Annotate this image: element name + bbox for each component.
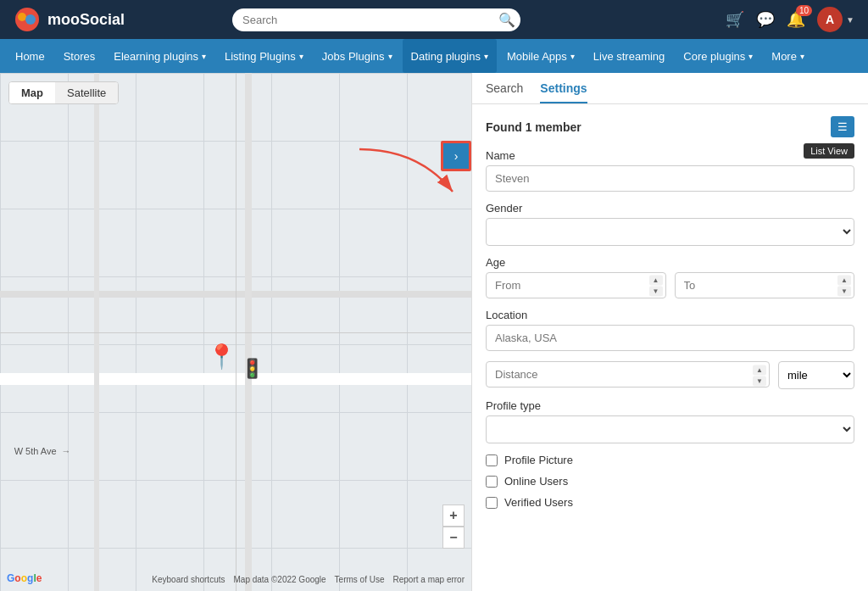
map-tab-satellite[interactable]: Satellite: [55, 82, 118, 103]
map-divider-v: [236, 73, 236, 591]
list-view-icon: ☰: [837, 120, 848, 133]
panel-tabs: Search Settings: [472, 73, 868, 104]
verified-users-checkbox[interactable]: [486, 497, 498, 509]
svg-point-1: [18, 13, 26, 21]
nav-item-listing[interactable]: Listing Plugins ▾: [216, 39, 312, 73]
age-from-input[interactable]: [486, 272, 666, 298]
search-bar: 🔍: [232, 8, 520, 31]
topbar: mooSocial 🔍 🛒 💬 🔔 10 A ▼: [0, 0, 868, 39]
nav-item-streaming[interactable]: Live streaming: [585, 39, 674, 73]
panel-tab-search[interactable]: Search: [486, 81, 523, 103]
age-label: Age: [486, 256, 854, 269]
age-from-wrapper: ▲ ▼: [486, 272, 666, 298]
logo-area: mooSocial: [14, 6, 125, 33]
nav-item-mobile[interactable]: Mobile Apps ▾: [498, 39, 583, 73]
age-to-input[interactable]: [675, 272, 855, 298]
mobile-dropdown-icon: ▾: [570, 52, 575, 61]
avatar-button[interactable]: A ▼: [817, 7, 854, 32]
zoom-out-button[interactable]: −: [442, 527, 465, 549]
street-label: W 5th Ave →: [14, 446, 71, 456]
map-tabs: Map Satellite: [8, 81, 119, 104]
nav-item-stores[interactable]: Stores: [55, 39, 104, 73]
nav-item-elearning[interactable]: Elearning plugins ▾: [105, 39, 214, 73]
age-field-group: Age ▲ ▼ ▲ ▼: [486, 256, 854, 298]
right-panel: Search Settings Found 1 member ☰ List Vi…: [471, 73, 868, 591]
profile-type-label: Profile type: [486, 399, 854, 412]
gender-select[interactable]: Male Female Other: [486, 218, 854, 246]
profile-picture-checkbox[interactable]: [486, 454, 498, 466]
distance-input[interactable]: [486, 361, 770, 387]
nav-item-core[interactable]: Core plugins ▾: [675, 39, 761, 73]
logo-icon: [14, 6, 41, 33]
zoom-in-button[interactable]: +: [442, 505, 465, 527]
location-input[interactable]: [486, 325, 854, 351]
listing-dropdown-icon: ▾: [299, 52, 303, 61]
gender-field-group: Gender Male Female Other: [486, 202, 854, 246]
traffic-light-icon: 🚦: [241, 358, 264, 380]
distance-input-wrapper: ▲ ▼: [486, 361, 770, 389]
panel-toggle-button[interactable]: ›: [441, 141, 471, 171]
age-from-spinners: ▲ ▼: [649, 275, 663, 296]
online-users-checkbox-row: Online Users: [486, 475, 854, 488]
map-container: Map Satellite W 5th Ave → 📍 🚦 Google Key…: [0, 73, 471, 591]
distance-row: ▲ ▼ mile km: [486, 361, 854, 389]
messages-icon[interactable]: 💬: [756, 10, 775, 29]
map-footer: Keyboard shortcuts Map data ©2022 Google…: [152, 575, 465, 584]
location-label: Location: [486, 309, 854, 321]
map-zoom: + −: [442, 505, 465, 549]
navbar: Home Stores Elearning plugins ▾ Listing …: [0, 39, 868, 73]
cart-icon[interactable]: 🛒: [726, 10, 744, 29]
topbar-icons: 🛒 💬 🔔 10 A ▼: [726, 7, 854, 32]
report-error-link[interactable]: Report a map error: [393, 575, 465, 584]
age-from-up-button[interactable]: ▲: [649, 275, 663, 285]
distance-field-group: ▲ ▼ mile km: [486, 361, 854, 389]
name-label: Name: [486, 149, 854, 162]
name-field-group: Name: [486, 149, 854, 192]
profile-type-field-group: Profile type: [486, 399, 854, 443]
found-row: Found 1 member ☰ List View: [486, 116, 854, 137]
unit-select[interactable]: mile km: [778, 361, 854, 389]
svg-point-2: [25, 14, 36, 25]
age-to-wrapper: ▲ ▼: [675, 272, 855, 298]
google-logo: Google: [7, 572, 42, 584]
nav-item-dating[interactable]: Dating plugins ▾: [403, 39, 497, 73]
panel-content: Found 1 member ☰ List View Name Gender M…: [472, 104, 868, 591]
list-view-button[interactable]: ☰ List View: [831, 116, 854, 137]
core-dropdown-icon: ▾: [748, 52, 753, 61]
profile-picture-checkbox-row: Profile Picture: [486, 454, 854, 466]
distance-up-button[interactable]: ▲: [753, 365, 766, 375]
distance-down-button[interactable]: ▼: [753, 376, 766, 386]
profile-picture-label: Profile Picture: [504, 454, 573, 466]
map-data-text: Map data ©2022 Google: [233, 575, 326, 584]
keyboard-shortcuts-link[interactable]: Keyboard shortcuts: [152, 575, 225, 584]
location-field-group: Location: [486, 309, 854, 351]
jobs-dropdown-icon: ▾: [388, 52, 392, 61]
nav-item-home[interactable]: Home: [7, 39, 53, 73]
age-to-down-button[interactable]: ▼: [837, 286, 851, 296]
profile-type-select[interactable]: [486, 415, 854, 443]
search-input[interactable]: [232, 8, 520, 31]
verified-users-checkbox-row: Verified Users: [486, 496, 854, 509]
online-users-label: Online Users: [504, 475, 568, 488]
gender-label: Gender: [486, 202, 854, 215]
age-row: ▲ ▼ ▲ ▼: [486, 272, 854, 298]
search-button[interactable]: 🔍: [498, 12, 515, 28]
verified-users-label: Verified Users: [504, 496, 573, 509]
map-pin: 📍: [207, 343, 236, 371]
terms-link[interactable]: Terms of Use: [335, 575, 385, 584]
map-tab-map[interactable]: Map: [9, 82, 55, 103]
avatar-dropdown-icon: ▼: [846, 15, 854, 25]
age-to-up-button[interactable]: ▲: [837, 275, 851, 285]
logo-text: mooSocial: [47, 11, 125, 29]
main-area: Map Satellite W 5th Ave → 📍 🚦 Google Key…: [0, 73, 868, 591]
name-input[interactable]: [486, 165, 854, 192]
online-users-checkbox[interactable]: [486, 476, 498, 488]
nav-item-more[interactable]: More ▾: [763, 39, 813, 73]
age-from-down-button[interactable]: ▼: [649, 286, 663, 296]
distance-spinners: ▲ ▼: [753, 365, 766, 386]
notification-badge: 10: [796, 5, 812, 16]
notifications-icon[interactable]: 🔔 10: [787, 10, 805, 29]
panel-tab-settings[interactable]: Settings: [540, 81, 587, 103]
nav-item-jobs[interactable]: Jobs Plugins ▾: [314, 39, 401, 73]
age-to-spinners: ▲ ▼: [837, 275, 851, 296]
